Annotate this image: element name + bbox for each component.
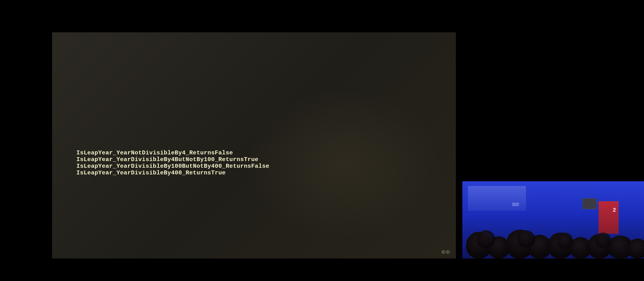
pip-podium-number: 2 (613, 207, 616, 213)
presentation-slide: IsLeapYear_YearNotDivisibleBy4_ReturnsFa… (52, 32, 456, 258)
pip-audience (462, 221, 644, 258)
speaker-camera-pip: 2 (462, 181, 644, 258)
slide-text-block: IsLeapYear_YearNotDivisibleBy4_ReturnsFa… (52, 32, 456, 176)
pip-screen-content (512, 203, 519, 206)
test-name-line: IsLeapYear_YearDivisibleBy4ButNotBy100_R… (76, 156, 432, 163)
test-name-line: IsLeapYear_YearNotDivisibleBy4_ReturnsFa… (76, 150, 432, 156)
pip-projection-screen (468, 186, 526, 211)
test-name-line: IsLeapYear_YearDivisibleBy100ButNotBy400… (76, 163, 432, 169)
pip-stage-monitor (582, 198, 597, 209)
test-name-line: IsLeapYear_YearDivisibleBy400_ReturnsTru… (76, 169, 432, 176)
cc-license-icon (442, 250, 450, 254)
svg-point-2 (448, 251, 448, 252)
svg-point-1 (446, 250, 450, 254)
